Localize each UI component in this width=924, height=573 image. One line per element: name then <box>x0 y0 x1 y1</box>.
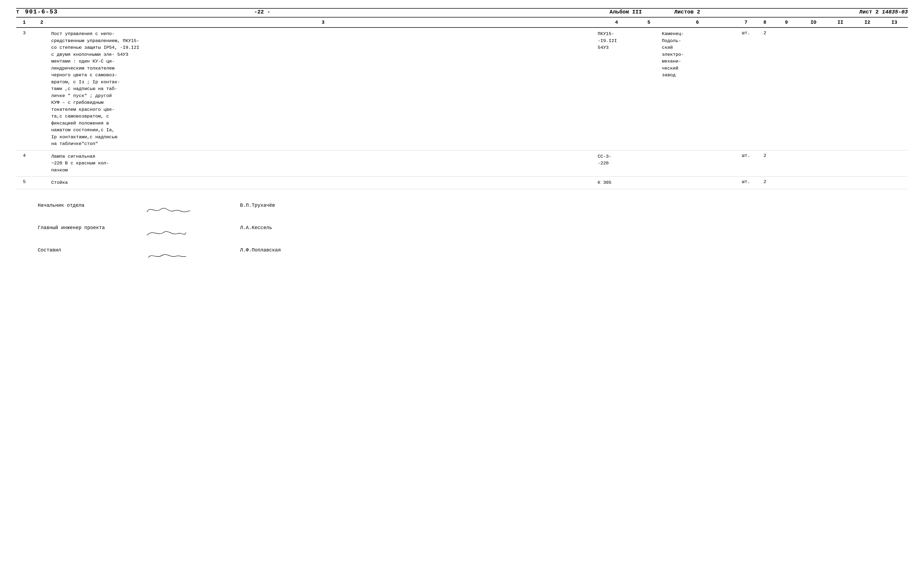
signature-name: Л.Ф.Поплавская <box>218 247 908 253</box>
table-row: 5 Стойка К 305 шт. 2 <box>16 177 908 189</box>
header-center: Альбом III Листов 2 <box>467 9 843 15</box>
col-header-1: 1 <box>16 20 32 25</box>
row-unit: шт. <box>735 179 757 184</box>
signature-name: В.П.Трухачёв <box>218 203 908 208</box>
header-top: Т 901-6-53 -22 - Альбом III Листов 2 Лис… <box>16 9 908 17</box>
sheet-label: Лист 2 14835-03 <box>859 9 908 15</box>
col-header-10: IO <box>800 20 827 25</box>
table-row: 3 Пост управления с непо- средственным у… <box>16 28 908 150</box>
row-number: 3 <box>16 30 32 36</box>
header-page-num: -22 - <box>74 9 450 15</box>
col-header-11: II <box>827 20 854 25</box>
sheets-label: Листов 2 <box>674 9 700 15</box>
col-header-9: 9 <box>773 20 800 25</box>
header-left: Т 901-6-53 <box>16 9 58 16</box>
col-header-4: 4 <box>595 20 638 25</box>
row-description: Стойка <box>51 179 595 186</box>
row-quantity: 2 <box>757 30 773 36</box>
row-description: Пост управления с непо- средственным упр… <box>51 30 595 147</box>
col-header-2: 2 <box>32 20 51 25</box>
col-header-12: I2 <box>854 20 881 25</box>
col-header-3: 3 <box>51 20 595 25</box>
data-rows: 3 Пост управления с непо- средственным у… <box>16 28 908 189</box>
row-quantity: 2 <box>757 153 773 158</box>
signature-name: Л.А.Кессель <box>218 225 908 230</box>
col-header-8: 8 <box>757 20 773 25</box>
row-description: Лампа сигнальная ~220 В с красным кол- п… <box>51 153 595 174</box>
table-row: 4 Лампа сигнальная ~220 В с красным кол-… <box>16 150 908 177</box>
row-unit: шт. <box>735 30 757 36</box>
header-doc-number: 901-6-53 <box>25 9 58 16</box>
signature-row: Составил Л.Ф.Поплавская <box>16 247 908 262</box>
row-unit: шт. <box>735 153 757 158</box>
row-number: 5 <box>16 179 32 184</box>
header-right: Лист 2 14835-03 <box>859 9 908 15</box>
row-manufacturer: Каменец- Подоль- ский электро- механи- ч… <box>660 30 735 79</box>
signature-label: Составил <box>16 247 124 253</box>
row-quantity: 2 <box>757 179 773 184</box>
signature-sign <box>124 247 218 262</box>
row-code: К 305 <box>595 179 638 186</box>
col-header-5: 5 <box>638 20 660 25</box>
album-label: Альбом III <box>610 9 642 15</box>
row-code: ПКУ15- -I9.I2I 54У3 <box>595 30 638 51</box>
signature-label: Начальник отдела <box>16 203 124 208</box>
signature-row: Главный инженер проекта Л.А.Кессель <box>16 225 908 240</box>
col-header-13: I3 <box>881 20 908 25</box>
signature-row: Начальник отдела В.П.Трухачёв <box>16 203 908 218</box>
signature-label: Главный инженер проекта <box>16 225 124 230</box>
signature-sign <box>124 203 218 218</box>
col-header-6: 6 <box>660 20 735 25</box>
signatures-section: Начальник отдела В.П.Трухачёв Главный ин… <box>16 200 908 262</box>
col-header-7: 7 <box>735 20 757 25</box>
column-headers: 1 2 3 4 5 6 7 8 9 IO II I2 I3 <box>16 17 908 28</box>
row-code: СС-З- -220 <box>595 153 638 167</box>
row-number: 4 <box>16 153 32 158</box>
header-mark: Т <box>16 9 20 15</box>
signature-sign <box>124 225 218 240</box>
